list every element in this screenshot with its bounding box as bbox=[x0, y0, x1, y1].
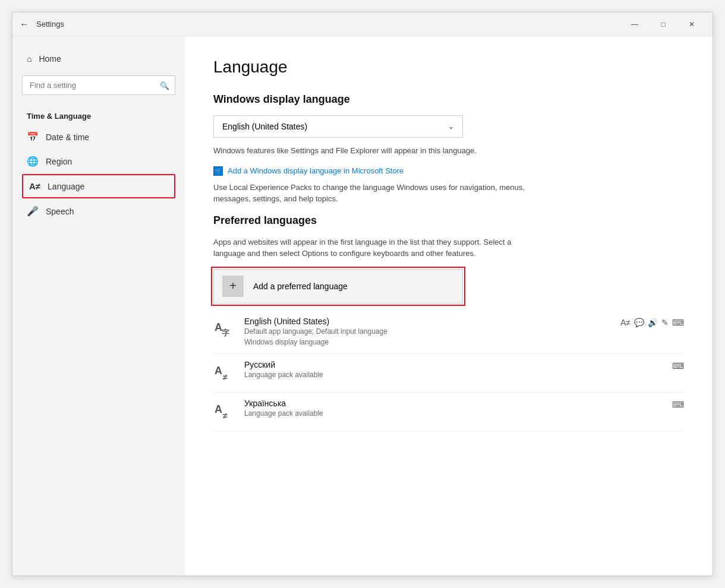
display-language-selected: English (United States) bbox=[222, 122, 307, 131]
sidebar-item-date-time[interactable]: 📅 Date & time bbox=[12, 125, 185, 148]
main-content: Language Windows display language Englis… bbox=[185, 36, 713, 576]
language-item-english[interactable]: A 字 English (United States) Default app … bbox=[213, 311, 684, 354]
language-name-russian: Русский bbox=[244, 360, 672, 369]
language-info-english: English (United States) Default app lang… bbox=[244, 317, 620, 347]
language-desc2-english: Windows display language bbox=[244, 337, 620, 347]
date-time-icon: 📅 bbox=[27, 131, 39, 143]
language-info-russian: Русский Language pack available bbox=[244, 360, 672, 380]
language-icon-english: A 字 bbox=[213, 318, 237, 343]
sidebar-item-label-speech: Speech bbox=[46, 207, 74, 216]
sidebar-item-label-region: Region bbox=[46, 157, 72, 166]
language-icon-russian: A ≠ bbox=[213, 361, 237, 386]
add-lang-label: Add a preferred language bbox=[253, 282, 348, 291]
svg-text:≠: ≠ bbox=[223, 411, 228, 421]
store-link-desc: Use Local Experience Packs to change the… bbox=[213, 182, 534, 205]
maximize-button[interactable]: □ bbox=[650, 15, 677, 33]
windows-display-section-title: Windows display language bbox=[213, 93, 684, 106]
region-icon: 🌐 bbox=[27, 156, 39, 167]
sidebar-item-label-date-time: Date & time bbox=[46, 132, 89, 142]
language-item-ukrainian[interactable]: A ≠ Українська Language pack available ⌨ bbox=[213, 393, 684, 431]
sidebar-section-label: Time & Language bbox=[12, 106, 185, 124]
lang-icon-speech: 🔊 bbox=[648, 318, 658, 327]
lang-icon-chat: 💬 bbox=[634, 318, 644, 327]
display-language-dropdown[interactable]: English (United States) ⌄ bbox=[213, 115, 463, 138]
search-icon: 🔍 bbox=[160, 81, 169, 90]
home-icon: ⌂ bbox=[27, 54, 31, 64]
search-input[interactable] bbox=[22, 75, 175, 95]
sidebar-item-language[interactable]: A≠ Language bbox=[23, 175, 174, 197]
language-feature-icons-ukrainian: ⌨ bbox=[672, 399, 684, 409]
lang-icon-keyboard: ⌨ bbox=[672, 318, 684, 327]
language-icon: A≠ bbox=[29, 181, 40, 191]
title-bar: ← Settings — □ ✕ bbox=[12, 12, 713, 36]
preferred-section-desc: Apps and websites will appear in the fir… bbox=[213, 236, 534, 260]
display-language-desc: Windows features like Settings and File … bbox=[213, 145, 534, 157]
language-nav-box: A≠ Language bbox=[22, 174, 175, 198]
svg-text:字: 字 bbox=[222, 328, 230, 337]
dropdown-chevron-icon: ⌄ bbox=[448, 122, 454, 131]
lang-icon-handwriting: ✎ bbox=[661, 318, 669, 327]
close-button[interactable]: ✕ bbox=[678, 15, 705, 33]
sidebar: ⌂ Home 🔍 Time & Language 📅 Date & time 🌐… bbox=[12, 36, 185, 576]
language-info-ukrainian: Українська Language pack available bbox=[244, 399, 672, 419]
lang-icon-text: A≠ bbox=[620, 318, 631, 327]
language-feature-icons-russian: ⌨ bbox=[672, 360, 684, 371]
page-title: Language bbox=[213, 58, 684, 77]
language-desc1-english: Default app language; Default input lang… bbox=[244, 326, 620, 337]
language-feature-icons-english: A≠ 💬 🔊 ✎ ⌨ bbox=[620, 317, 684, 327]
plus-icon: + bbox=[222, 276, 244, 297]
title-bar-left: ← Settings bbox=[20, 19, 64, 30]
back-button[interactable]: ← bbox=[20, 19, 29, 30]
sidebar-home-item[interactable]: ⌂ Home bbox=[12, 48, 185, 69]
language-name-ukrainian: Українська bbox=[244, 399, 672, 408]
title-bar-controls: — □ ✕ bbox=[621, 15, 705, 33]
language-desc1-russian: Language pack available bbox=[244, 369, 672, 380]
minimize-button[interactable]: — bbox=[621, 15, 648, 33]
language-name-english: English (United States) bbox=[244, 317, 620, 326]
sidebar-item-region[interactable]: 🌐 Region bbox=[12, 150, 185, 173]
lang-icon-keyboard-uk: ⌨ bbox=[672, 400, 684, 409]
sidebar-item-speech[interactable]: 🎤 Speech bbox=[12, 200, 185, 223]
content-area: ⌂ Home 🔍 Time & Language 📅 Date & time 🌐… bbox=[12, 36, 713, 576]
language-desc1-ukrainian: Language pack available bbox=[244, 408, 672, 419]
speech-icon: 🎤 bbox=[27, 206, 39, 217]
svg-text:A: A bbox=[215, 365, 222, 377]
add-preferred-language-button[interactable]: + Add a preferred language bbox=[213, 269, 463, 304]
preferred-section: Preferred languages Apps and websites wi… bbox=[213, 214, 684, 431]
svg-text:≠: ≠ bbox=[223, 372, 228, 382]
lang-icon-keyboard-ru: ⌨ bbox=[672, 361, 684, 371]
sidebar-home-label: Home bbox=[39, 54, 61, 64]
windows-display-section: Windows display language English (United… bbox=[213, 93, 684, 205]
store-icon: 🛒 bbox=[213, 166, 223, 176]
language-item-russian[interactable]: A ≠ Русский Language pack available ⌨ bbox=[213, 354, 684, 393]
svg-text:A: A bbox=[215, 403, 222, 415]
title-bar-title: Settings bbox=[36, 20, 64, 29]
search-box: 🔍 bbox=[22, 75, 175, 95]
sidebar-item-label-language: Language bbox=[48, 182, 84, 191]
store-link-text: Add a Windows display language in Micros… bbox=[228, 166, 404, 175]
preferred-section-title: Preferred languages bbox=[213, 214, 684, 227]
settings-window: ← Settings — □ ✕ ⌂ Home 🔍 Time & Languag… bbox=[12, 12, 713, 576]
language-icon-ukrainian: A ≠ bbox=[213, 400, 237, 425]
store-link[interactable]: 🛒 Add a Windows display language in Micr… bbox=[213, 166, 684, 176]
